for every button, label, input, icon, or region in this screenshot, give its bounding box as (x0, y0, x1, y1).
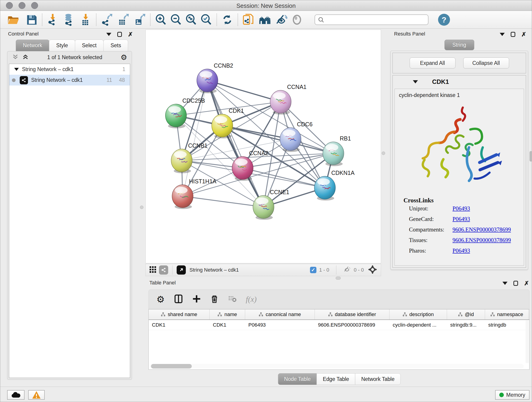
zoom-selected-icon[interactable] (200, 13, 213, 26)
string-view-icon[interactable] (159, 265, 168, 274)
table-cell[interactable]: P06493 (245, 320, 315, 330)
cloud-services-button[interactable] (7, 390, 25, 400)
import-network-from-database-icon[interactable] (63, 13, 76, 26)
zoom-fit-icon[interactable] (184, 13, 198, 26)
import-network-icon[interactable] (46, 13, 59, 26)
table-cell[interactable]: stringdb:9... (447, 320, 485, 330)
gene-expander-icon[interactable] (413, 80, 418, 83)
warnings-button[interactable] (28, 390, 45, 400)
tab-node-table[interactable]: Node Table (278, 373, 317, 385)
vertical-splitter-handle[interactable] (140, 206, 143, 209)
grid-view-icon[interactable] (149, 266, 157, 274)
network-row[interactable]: String Network – cdk1 11 48 (9, 75, 130, 85)
zoom-in-icon[interactable] (154, 13, 167, 26)
home-icon[interactable] (258, 13, 272, 26)
table-cell[interactable]: CDK1 (149, 320, 210, 330)
export-table-icon[interactable] (117, 13, 130, 26)
crosslink-link[interactable]: 9606.ENSP00000378699 (452, 226, 511, 233)
table-horizontal-scrollbar[interactable] (150, 364, 524, 369)
tab-select[interactable]: Select (75, 40, 104, 51)
help-icon[interactable]: ? (438, 14, 450, 26)
panel-close-icon[interactable]: ✗ (521, 32, 526, 37)
tab-edge-table[interactable]: Edge Table (317, 373, 355, 385)
save-session-icon[interactable] (25, 13, 38, 26)
graph-node-CCNA1[interactable]: CCNA1 (270, 84, 307, 115)
graph-node-CDC25B[interactable]: CDC25B (165, 97, 205, 128)
column-header-description[interactable]: description (389, 309, 447, 319)
panel-maximize-icon[interactable] (513, 281, 518, 286)
crosslink-link[interactable]: P06493 (452, 205, 470, 212)
results-splitter-handle[interactable] (382, 152, 385, 155)
show-graphics-details-icon[interactable] (290, 13, 304, 26)
birds-eye-toggle-icon[interactable] (368, 265, 377, 275)
crosslink-link[interactable]: P06493 (452, 216, 470, 222)
collapse-all-button[interactable]: Collapse All (463, 57, 509, 69)
table-cell[interactable]: CDK1 (210, 320, 245, 330)
tab-network[interactable]: Network (16, 40, 49, 51)
graph-node-CCNB2[interactable]: CCNB2 (197, 62, 233, 93)
function-builder-icon[interactable]: f(x) (246, 295, 257, 304)
network-canvas[interactable]: CCNB2CCNA1CDC25BCDK1CDC6RB1CCNB1CCNA2CDK… (146, 30, 381, 263)
crosslink-link[interactable]: 9606.ENSP00000378699 (452, 237, 511, 243)
open-network-in-browser-icon[interactable] (242, 13, 255, 26)
search-input[interactable] (315, 14, 428, 25)
table-cell[interactable]: 9606.ENSP00000378699 (315, 320, 389, 330)
panel-maximize-icon[interactable] (511, 32, 515, 37)
tab-network-table[interactable]: Network Table (355, 373, 401, 385)
expand-all-networks-icon[interactable] (22, 53, 29, 61)
expand-all-button[interactable]: Expand All (410, 57, 456, 69)
delete-column-icon[interactable] (210, 294, 219, 304)
graph-node-CDK1[interactable]: CDK1 (212, 108, 244, 138)
table-options-gear-icon[interactable]: ⚙ (157, 295, 165, 304)
panel-close-icon[interactable]: ✗ (524, 281, 529, 286)
column-header-database-identifier[interactable]: database identifier (315, 309, 389, 319)
selected-nodes-checkbox[interactable]: ✓ (310, 267, 317, 273)
graph-node-CDKN1A[interactable]: CDKN1A (314, 170, 355, 201)
tab-string[interactable]: String (444, 40, 474, 50)
graph-node-CCNB1[interactable]: CCNB1 (171, 142, 208, 173)
open-file-icon[interactable] (7, 13, 20, 26)
panel-close-icon[interactable]: ✗ (128, 32, 133, 37)
network-collection-row[interactable]: String Network – cdk1 1 (9, 64, 130, 75)
export-image-icon[interactable] (133, 13, 146, 26)
memory-button[interactable]: Memory (495, 390, 530, 400)
export-network-icon[interactable] (100, 13, 114, 26)
zoom-out-icon[interactable] (169, 13, 183, 26)
tab-sets[interactable]: Sets (103, 40, 128, 51)
edge-CCNB2-CCNA1[interactable] (207, 80, 281, 102)
panel-float-icon[interactable] (502, 282, 507, 285)
panel-float-icon[interactable] (106, 33, 111, 36)
results-scrollbar-thumb[interactable] (530, 151, 532, 162)
graph-node-RB1[interactable]: RB1 (323, 135, 351, 166)
table-cell[interactable]: cyclin-dependent ... (389, 320, 447, 330)
column-header--id[interactable]: @id (447, 309, 485, 319)
graph-node-HIST1H1A[interactable]: HIST1H1A (172, 178, 216, 209)
collapse-all-networks-icon[interactable] (12, 53, 19, 61)
crosslink-link[interactable]: P06493 (452, 248, 470, 254)
table-vertical-scrollbar[interactable] (526, 320, 529, 363)
graph-node-CCNE1[interactable]: CCNE1 (253, 189, 289, 220)
panel-float-icon[interactable] (500, 33, 505, 36)
column-header-shared-name[interactable]: shared name (149, 309, 210, 319)
edge-CCNB2-CCNE1[interactable] (207, 80, 264, 207)
gene-section-header[interactable]: CDK1 (393, 75, 526, 88)
open-view-icon[interactable] (177, 265, 186, 274)
edge-CCNE1-HIST1H1A[interactable] (183, 196, 264, 207)
tab-style[interactable]: Style (49, 40, 75, 51)
horizontal-splitter-handle[interactable] (336, 277, 341, 280)
import-table-icon[interactable] (79, 13, 92, 26)
hidden-items-icon[interactable] (343, 265, 351, 274)
delete-table-icon[interactable] (228, 294, 237, 304)
collection-expander-icon[interactable] (14, 68, 19, 71)
scrollbar-thumb[interactable] (151, 364, 192, 369)
network-graph[interactable]: CCNB2CCNA1CDC25BCDK1CDC6RB1CCNB1CCNA2CDK… (146, 30, 381, 263)
network-options-gear-icon[interactable]: ⚙ (120, 53, 127, 62)
refresh-icon[interactable] (221, 13, 234, 26)
table-row[interactable]: CDK1CDK1P064939606.ENSP00000378699cyclin… (149, 320, 529, 330)
table-cell[interactable]: stringdb (485, 320, 529, 330)
panel-maximize-icon[interactable] (117, 32, 122, 37)
show-columns-icon[interactable] (174, 294, 183, 304)
hide-graphics-details-icon[interactable] (275, 13, 288, 26)
add-column-icon[interactable] (192, 294, 201, 304)
column-header-name[interactable]: name (210, 309, 245, 319)
